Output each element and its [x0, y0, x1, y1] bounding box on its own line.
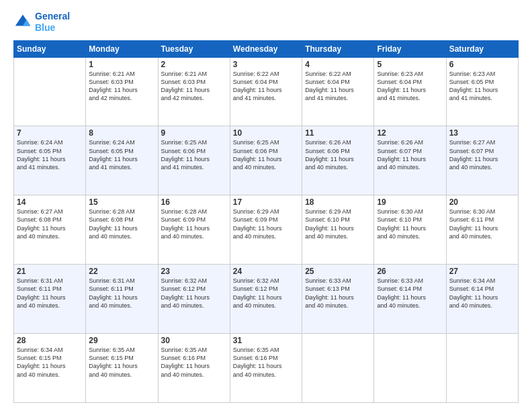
day-info: Sunrise: 6:31 AM Sunset: 6:11 PM Dayligh…	[17, 277, 83, 310]
day-info: Sunrise: 6:25 AM Sunset: 6:06 PM Dayligh…	[161, 138, 227, 171]
day-number: 8	[89, 128, 154, 138]
calendar-cell: 24Sunrise: 6:32 AM Sunset: 6:12 PM Dayli…	[230, 265, 302, 334]
day-info: Sunrise: 6:29 AM Sunset: 6:10 PM Dayligh…	[305, 208, 371, 240]
day-number: 3	[233, 60, 299, 69]
calendar-header-tuesday: Tuesday	[158, 40, 230, 57]
calendar-week-4: 21Sunrise: 6:31 AM Sunset: 6:11 PM Dayli…	[14, 265, 519, 334]
day-info: Sunrise: 6:35 AM Sunset: 6:16 PM Dayligh…	[161, 346, 227, 379]
calendar-cell: 27Sunrise: 6:34 AM Sunset: 6:14 PM Dayli…	[446, 265, 518, 334]
day-info: Sunrise: 6:23 AM Sunset: 6:05 PM Dayligh…	[449, 70, 515, 103]
day-info: Sunrise: 6:27 AM Sunset: 6:08 PM Dayligh…	[17, 208, 83, 240]
day-info: Sunrise: 6:28 AM Sunset: 6:09 PM Dayligh…	[161, 208, 227, 240]
page: General Blue SundayMondayTuesdayWednesda…	[0, 0, 532, 411]
day-number: 6	[449, 60, 515, 69]
day-info: Sunrise: 6:27 AM Sunset: 6:07 PM Dayligh…	[449, 138, 515, 171]
calendar-header-monday: Monday	[86, 40, 158, 57]
calendar-cell: 29Sunrise: 6:35 AM Sunset: 6:15 PM Dayli…	[86, 334, 158, 403]
day-info: Sunrise: 6:30 AM Sunset: 6:11 PM Dayligh…	[449, 208, 515, 240]
calendar-week-1: 1Sunrise: 6:21 AM Sunset: 6:03 PM Daylig…	[14, 57, 519, 126]
logo-text: General Blue	[35, 11, 70, 34]
day-number: 2	[161, 60, 227, 69]
calendar-cell	[14, 57, 86, 126]
day-number: 15	[89, 197, 154, 207]
day-number: 14	[17, 197, 83, 207]
day-number: 31	[233, 336, 299, 345]
day-number: 24	[233, 267, 299, 276]
day-number: 9	[161, 128, 227, 138]
day-number: 22	[89, 267, 154, 276]
day-info: Sunrise: 6:34 AM Sunset: 6:14 PM Dayligh…	[449, 277, 515, 310]
calendar-table: SundayMondayTuesdayWednesdayThursdayFrid…	[13, 40, 519, 403]
calendar-header-wednesday: Wednesday	[230, 40, 302, 57]
calendar-week-3: 14Sunrise: 6:27 AM Sunset: 6:08 PM Dayli…	[14, 195, 519, 265]
day-number: 20	[449, 197, 515, 207]
day-number: 13	[449, 128, 515, 138]
day-info: Sunrise: 6:26 AM Sunset: 6:07 PM Dayligh…	[377, 138, 443, 171]
day-number: 30	[161, 336, 227, 345]
calendar-cell	[446, 334, 518, 403]
day-number: 26	[377, 267, 443, 276]
calendar-cell: 25Sunrise: 6:33 AM Sunset: 6:13 PM Dayli…	[302, 265, 374, 334]
calendar-cell: 22Sunrise: 6:31 AM Sunset: 6:11 PM Dayli…	[86, 265, 158, 334]
day-number: 16	[161, 197, 227, 207]
day-info: Sunrise: 6:32 AM Sunset: 6:12 PM Dayligh…	[233, 277, 299, 310]
day-number: 7	[17, 128, 83, 138]
calendar-cell: 2Sunrise: 6:21 AM Sunset: 6:03 PM Daylig…	[158, 57, 230, 126]
day-number: 18	[305, 197, 371, 207]
day-info: Sunrise: 6:29 AM Sunset: 6:09 PM Dayligh…	[233, 208, 299, 240]
calendar-cell: 9Sunrise: 6:25 AM Sunset: 6:06 PM Daylig…	[158, 126, 230, 195]
calendar-cell: 8Sunrise: 6:24 AM Sunset: 6:05 PM Daylig…	[86, 126, 158, 195]
day-number: 11	[305, 128, 371, 138]
calendar-cell: 5Sunrise: 6:23 AM Sunset: 6:04 PM Daylig…	[374, 57, 446, 126]
calendar-cell: 16Sunrise: 6:28 AM Sunset: 6:09 PM Dayli…	[158, 195, 230, 265]
logo: General Blue	[13, 11, 70, 34]
calendar-week-2: 7Sunrise: 6:24 AM Sunset: 6:05 PM Daylig…	[14, 126, 519, 195]
day-number: 17	[233, 197, 299, 207]
calendar-cell: 11Sunrise: 6:26 AM Sunset: 6:06 PM Dayli…	[302, 126, 374, 195]
header: General Blue	[13, 11, 519, 34]
day-number: 4	[305, 60, 371, 69]
calendar-cell: 23Sunrise: 6:32 AM Sunset: 6:12 PM Dayli…	[158, 265, 230, 334]
day-info: Sunrise: 6:33 AM Sunset: 6:13 PM Dayligh…	[305, 277, 371, 310]
day-number: 23	[161, 267, 227, 276]
calendar-cell: 20Sunrise: 6:30 AM Sunset: 6:11 PM Dayli…	[446, 195, 518, 265]
day-info: Sunrise: 6:32 AM Sunset: 6:12 PM Dayligh…	[161, 277, 227, 310]
calendar-header-row: SundayMondayTuesdayWednesdayThursdayFrid…	[14, 40, 519, 57]
calendar-cell	[374, 334, 446, 403]
calendar-cell: 18Sunrise: 6:29 AM Sunset: 6:10 PM Dayli…	[302, 195, 374, 265]
calendar-cell: 21Sunrise: 6:31 AM Sunset: 6:11 PM Dayli…	[14, 265, 86, 334]
day-info: Sunrise: 6:34 AM Sunset: 6:15 PM Dayligh…	[17, 346, 83, 379]
day-number: 10	[233, 128, 299, 138]
day-number: 28	[17, 336, 83, 345]
day-info: Sunrise: 6:28 AM Sunset: 6:08 PM Dayligh…	[89, 208, 154, 240]
calendar-cell: 26Sunrise: 6:33 AM Sunset: 6:14 PM Dayli…	[374, 265, 446, 334]
calendar-header-friday: Friday	[374, 40, 446, 57]
calendar-cell: 28Sunrise: 6:34 AM Sunset: 6:15 PM Dayli…	[14, 334, 86, 403]
day-info: Sunrise: 6:24 AM Sunset: 6:05 PM Dayligh…	[17, 138, 83, 171]
day-number: 1	[89, 60, 154, 69]
day-info: Sunrise: 6:21 AM Sunset: 6:03 PM Dayligh…	[89, 70, 154, 103]
day-info: Sunrise: 6:23 AM Sunset: 6:04 PM Dayligh…	[377, 70, 443, 103]
calendar-header-saturday: Saturday	[446, 40, 518, 57]
logo-icon	[13, 13, 32, 32]
calendar-cell: 31Sunrise: 6:35 AM Sunset: 6:16 PM Dayli…	[230, 334, 302, 403]
day-number: 29	[89, 336, 154, 345]
day-info: Sunrise: 6:31 AM Sunset: 6:11 PM Dayligh…	[89, 277, 154, 310]
calendar-cell: 17Sunrise: 6:29 AM Sunset: 6:09 PM Dayli…	[230, 195, 302, 265]
day-info: Sunrise: 6:30 AM Sunset: 6:10 PM Dayligh…	[377, 208, 443, 240]
day-number: 21	[17, 267, 83, 276]
calendar-header-sunday: Sunday	[14, 40, 86, 57]
day-number: 5	[377, 60, 443, 69]
day-info: Sunrise: 6:22 AM Sunset: 6:04 PM Dayligh…	[305, 70, 371, 103]
day-info: Sunrise: 6:22 AM Sunset: 6:04 PM Dayligh…	[233, 70, 299, 103]
calendar-week-5: 28Sunrise: 6:34 AM Sunset: 6:15 PM Dayli…	[14, 334, 519, 403]
day-info: Sunrise: 6:35 AM Sunset: 6:15 PM Dayligh…	[89, 346, 154, 379]
day-info: Sunrise: 6:25 AM Sunset: 6:06 PM Dayligh…	[233, 138, 299, 171]
day-number: 25	[305, 267, 371, 276]
day-info: Sunrise: 6:33 AM Sunset: 6:14 PM Dayligh…	[377, 277, 443, 310]
calendar-cell: 19Sunrise: 6:30 AM Sunset: 6:10 PM Dayli…	[374, 195, 446, 265]
calendar-cell: 15Sunrise: 6:28 AM Sunset: 6:08 PM Dayli…	[86, 195, 158, 265]
calendar-cell: 1Sunrise: 6:21 AM Sunset: 6:03 PM Daylig…	[86, 57, 158, 126]
day-info: Sunrise: 6:24 AM Sunset: 6:05 PM Dayligh…	[89, 138, 154, 171]
calendar-cell: 12Sunrise: 6:26 AM Sunset: 6:07 PM Dayli…	[374, 126, 446, 195]
